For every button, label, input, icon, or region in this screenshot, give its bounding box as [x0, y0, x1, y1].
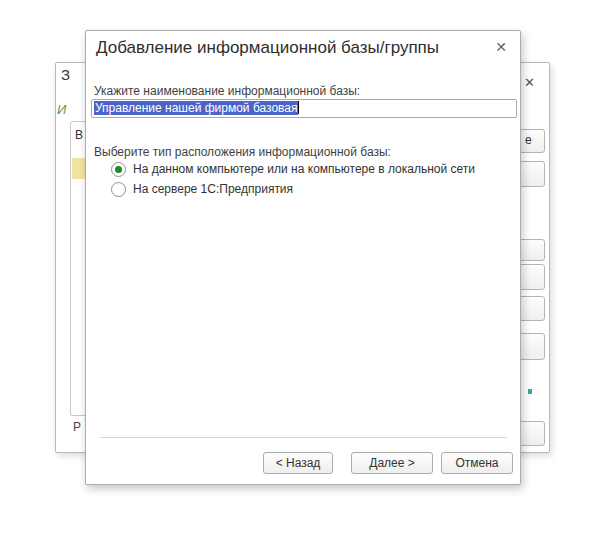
launcher-enterprise-button-label: е — [525, 133, 532, 147]
infobase-name-label: Укажите наименование информационной базы… — [94, 84, 360, 98]
radio-local-computer[interactable]: На данном компьютере или на компьютере в… — [111, 159, 475, 179]
list-item[interactable]: В — [75, 128, 83, 142]
dialog-title: Добавление информационной базы/группы — [96, 38, 439, 58]
footer-separator — [100, 437, 507, 438]
infobase-name-selected-text: Управление нашей фирмой базовая — [94, 101, 298, 115]
close-icon[interactable]: ✕ — [495, 40, 507, 54]
screen: З ✕ И В е Р Добавление информационной ба… — [0, 0, 613, 544]
text-caret — [298, 101, 299, 114]
launcher-bottom-text: Р — [73, 420, 81, 434]
back-button[interactable]: < Назад — [263, 452, 333, 474]
launcher-window-title: З — [61, 66, 87, 83]
link-icon — [528, 389, 532, 394]
radio-button-selected-icon[interactable] — [111, 162, 126, 177]
location-type-label: Выберите тип расположения информационной… — [94, 145, 391, 159]
infobase-name-input[interactable]: Управление нашей фирмой базовая — [91, 99, 517, 118]
radio-server-1c-label: На сервере 1С:Предприятия — [133, 182, 293, 196]
next-button[interactable]: Далее > — [351, 452, 433, 474]
radio-button-icon[interactable] — [111, 182, 126, 197]
radio-local-computer-label: На данном компьютере или на компьютере в… — [133, 162, 475, 176]
cancel-button[interactable]: Отмена — [441, 452, 513, 474]
radio-server-1c[interactable]: На сервере 1С:Предприятия — [111, 179, 293, 199]
launcher-close-icon[interactable]: ✕ — [524, 76, 535, 89]
add-infobase-dialog: Добавление информационной базы/группы ✕ … — [85, 30, 521, 485]
launcher-infobases-label: И — [57, 102, 66, 117]
